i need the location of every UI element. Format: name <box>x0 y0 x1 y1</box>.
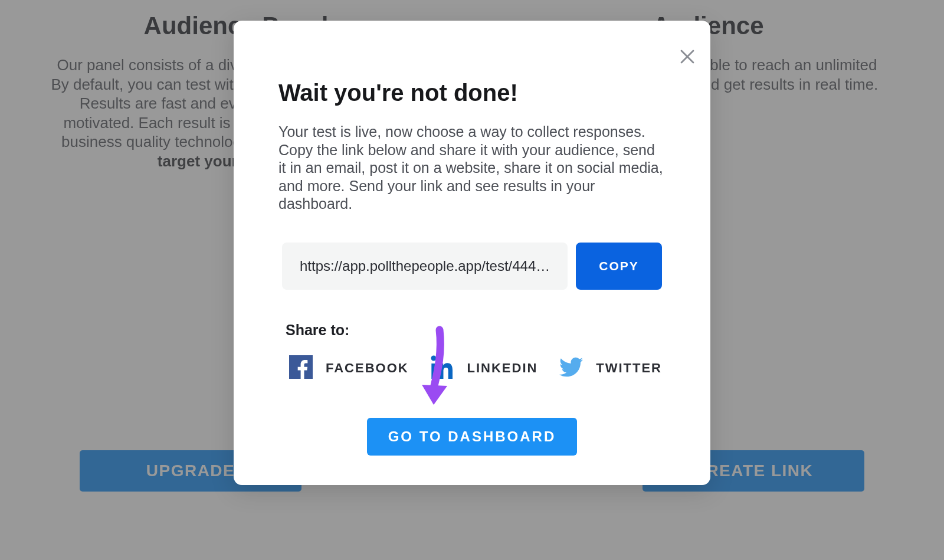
share-twitter-label: TWITTER <box>596 361 662 376</box>
twitter-icon <box>559 355 583 381</box>
linkedin-icon <box>431 355 454 381</box>
share-modal: Wait you're not done! Your test is live,… <box>234 21 710 485</box>
go-to-dashboard-button[interactable]: GO TO DASHBOARD <box>367 418 578 456</box>
share-linkedin[interactable]: LINKEDIN <box>431 355 538 381</box>
modal-description: Your test is live, now choose a way to c… <box>278 123 666 213</box>
share-link-field[interactable]: https://app.pollthepeople.app/test/444… <box>282 243 568 290</box>
share-to-label: Share to: <box>286 322 666 339</box>
share-linkedin-label: LINKEDIN <box>467 361 538 376</box>
share-twitter[interactable]: TWITTER <box>559 355 662 381</box>
dashboard-button-row: GO TO DASHBOARD <box>278 418 666 456</box>
share-row: FACEBOOK LINKEDIN TWITTER <box>278 355 666 381</box>
link-row: https://app.pollthepeople.app/test/444… … <box>278 243 666 290</box>
share-facebook-label: FACEBOOK <box>326 361 409 376</box>
share-facebook[interactable]: FACEBOOK <box>289 355 409 381</box>
close-icon[interactable] <box>678 48 696 66</box>
facebook-icon <box>289 355 313 381</box>
modal-title: Wait you're not done! <box>278 80 666 106</box>
copy-button[interactable]: COPY <box>576 243 662 290</box>
